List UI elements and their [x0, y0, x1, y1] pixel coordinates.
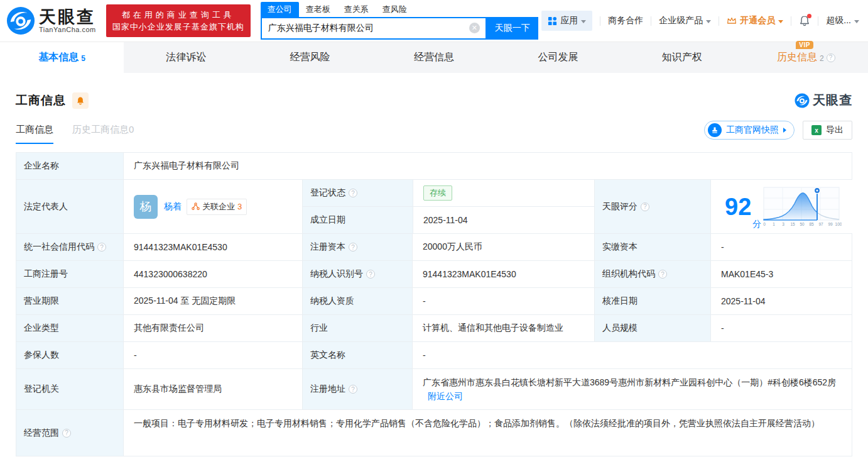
- score-unit: 分: [752, 219, 761, 230]
- section-title-row: 工商信息 天眼查: [16, 92, 852, 109]
- score-axis-ticks: 0 1 3 15 50 85 97 99 100: [763, 222, 842, 226]
- search-input[interactable]: [262, 23, 469, 33]
- search-button[interactable]: 天眼一下: [487, 17, 538, 40]
- tab-company-development-label: 公司发展: [538, 51, 578, 64]
- help-icon[interactable]: [349, 243, 357, 251]
- tab-history-info-label: 历史信息: [777, 51, 817, 64]
- stamp-icon: [708, 123, 722, 137]
- help-icon[interactable]: [62, 429, 71, 438]
- monitor-bell-icon: [76, 96, 85, 105]
- reg-status-label: 登记状态: [310, 187, 345, 199]
- section-title: 工商信息: [16, 92, 66, 109]
- help-icon[interactable]: [97, 243, 106, 251]
- tab-company-development[interactable]: 公司发展: [496, 42, 620, 73]
- reg-capital-label-cell: 注册资本: [302, 234, 412, 260]
- nav-business-cooperation[interactable]: 商务合作: [608, 15, 643, 26]
- logo-text: 天眼查 TianYanCha.com: [39, 8, 96, 34]
- status-badge: 存续: [423, 185, 452, 201]
- reg-capital-value: 20000万人民币: [412, 234, 594, 260]
- reg-capital-label: 注册资本: [310, 241, 345, 253]
- chevron-down-icon: [778, 20, 783, 23]
- tab-operation-risk[interactable]: 经营风险: [248, 42, 372, 73]
- divider: [791, 16, 791, 26]
- notification-dot: [807, 14, 811, 18]
- reg-authority-value: 惠东县市场监督管理局: [123, 369, 302, 409]
- svg-text:0: 0: [763, 222, 766, 226]
- search-tab-risk[interactable]: 查风险: [376, 2, 414, 17]
- table-row: 工商注册号 441323000638220 纳税人识别号 91441323MAK…: [16, 260, 852, 287]
- subtab-business-info[interactable]: 工商信息: [16, 124, 53, 144]
- establish-date-value: 2025-11-04: [413, 207, 594, 233]
- company-type-label: 企业类型: [16, 315, 123, 341]
- nav-enterprise-products[interactable]: 企业级产品: [659, 15, 711, 26]
- search-tab-relation[interactable]: 查关系: [337, 2, 376, 17]
- nav-apps[interactable]: 应用: [541, 11, 592, 31]
- tab-history-info-count: 2: [820, 54, 824, 63]
- top-nav: 应用 商务合作 企业级产品 开通会员: [541, 11, 859, 31]
- english-name-value: -: [412, 342, 852, 368]
- business-scope-value: 一般项目：电子专用材料研发；电子专用材料销售；专用化学产品销售（不含危险化学品）…: [123, 410, 852, 456]
- nav-open-vip[interactable]: 开通会员: [727, 15, 783, 26]
- tab-basic-info[interactable]: 基本信息 5: [0, 42, 124, 73]
- official-snapshot-button[interactable]: 工商官网快照: [704, 121, 795, 140]
- notification-bell[interactable]: [799, 15, 810, 26]
- taxpayer-id-label: 纳税人识别号: [310, 268, 363, 280]
- tab-operation-risk-label: 经营风险: [290, 51, 330, 64]
- business-info-section: 工商信息 天眼查 工商信息 历史工商信息0: [0, 92, 868, 456]
- tab-operation-info[interactable]: 经营信息: [372, 42, 496, 73]
- vip-badge: VIP: [796, 41, 813, 49]
- business-info-table: 企业名称 广东兴福电子材料有限公司 法定代表人 杨 杨着: [16, 152, 852, 456]
- nav-user-label: 超级...: [826, 15, 851, 26]
- watermark-text: 天眼查: [813, 92, 852, 109]
- tianyancha-logo-icon: [6, 6, 35, 35]
- credit-code-label: 统一社会信用代码: [24, 241, 94, 253]
- table-row: 经营范围 一般项目：电子专用材料研发；电子专用材料销售；专用化学产品销售（不含危…: [16, 409, 852, 456]
- svg-text:85: 85: [810, 222, 815, 226]
- brand-name: 天眼查: [39, 8, 96, 26]
- subtab-history-business-info[interactable]: 历史工商信息0: [72, 124, 134, 136]
- tab-history-label-wrap: 历史信息 VIP: [777, 51, 817, 64]
- svg-text:100: 100: [835, 222, 842, 226]
- help-icon[interactable]: [658, 270, 667, 279]
- related-network-icon: [192, 202, 200, 211]
- help-icon[interactable]: [641, 202, 649, 211]
- tab-legal-litigation[interactable]: 法律诉讼: [124, 42, 247, 73]
- credit-code-value: 91441323MAK01E4530: [123, 234, 302, 260]
- monitor-bell-button[interactable]: [72, 92, 89, 109]
- nav-user-menu[interactable]: 超级...: [826, 15, 859, 26]
- svg-text:15: 15: [791, 222, 796, 226]
- tab-intellectual-property[interactable]: 知识产权: [620, 42, 744, 73]
- help-icon[interactable]: [349, 189, 357, 197]
- help-icon[interactable]: [827, 53, 835, 62]
- reg-number-value: 441323000638220: [123, 261, 302, 287]
- subtab-row: 工商信息 历史工商信息0 工商官网快照 x 导出: [16, 124, 852, 144]
- tianyancha-logo[interactable]: 天眼查 TianYanCha.com: [6, 6, 96, 35]
- tab-basic-info-count: 5: [81, 54, 85, 63]
- nav-business-cooperation-label: 商务合作: [608, 15, 643, 26]
- company-name-value: 广东兴福电子材料有限公司: [123, 153, 852, 179]
- reg-address-label: 注册地址: [310, 384, 345, 395]
- legal-rep-avatar[interactable]: 杨: [134, 195, 158, 219]
- export-button[interactable]: x 导出: [803, 121, 852, 140]
- slogan-banner: 都在用的商业查询工具 国家中小企业发展子基金旗下机构: [106, 4, 251, 37]
- tab-history-info[interactable]: 历史信息 VIP 2: [744, 42, 868, 73]
- legal-rep-name-link[interactable]: 杨着: [164, 201, 182, 213]
- page: 天眼查 TianYanCha.com 都在用的商业查询工具 国家中小企业发展子基…: [0, 0, 868, 464]
- help-icon[interactable]: [349, 385, 357, 394]
- clear-icon[interactable]: ✕: [469, 23, 480, 33]
- reg-address-label-cell: 注册地址: [302, 369, 412, 409]
- search-tab-company[interactable]: 查公司: [261, 2, 299, 17]
- related-companies-badge[interactable]: 关联企业 3: [187, 199, 247, 215]
- tab-operation-info-label: 经营信息: [414, 51, 454, 64]
- table-row: 企业类型 其他有限责任公司 行业 计算机、通信和其他电子设备制造业 人员规模 -: [16, 314, 852, 341]
- svg-text:3: 3: [782, 222, 784, 226]
- search-tab-boss[interactable]: 查老板: [299, 2, 337, 17]
- taxpayer-quality-label: 纳税人资质: [302, 288, 412, 314]
- help-icon[interactable]: [366, 270, 375, 279]
- taxpayer-id-value: 91441323MAK01E4530: [412, 261, 594, 287]
- subtab-actions: 工商官网快照 x 导出: [704, 121, 852, 140]
- reg-address-value-cell: 广东省惠州市惠东县白花镇长塘村新平大道3689号惠州市新材料产业园科创中心（一期…: [412, 369, 852, 409]
- nearby-companies-link[interactable]: 附近公司: [428, 391, 463, 401]
- staff-size-value: -: [710, 315, 852, 341]
- table-row: 参保人数 - 英文名称 -: [16, 341, 852, 368]
